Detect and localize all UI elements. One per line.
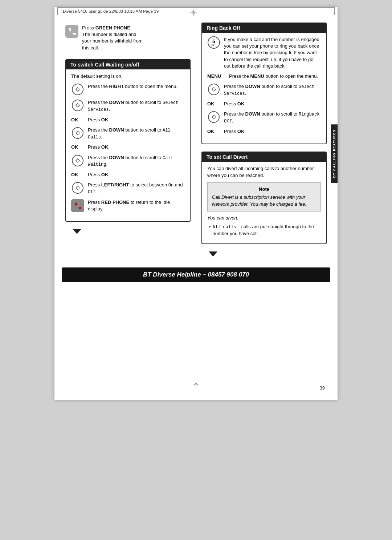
ok-label-3: OK [71,172,84,177]
svg-point-8 [76,88,79,91]
green-phone-icon [65,25,78,38]
left-column: Press GREEN PHONE. The number is dialled… [65,23,191,257]
phone-svg [68,27,76,35]
down-all-calls-text: Press the DOWN button to scroll to All C… [88,127,185,141]
ring-back-off-section: Ring Back Off 5 JKL If you make a call a… [201,23,327,144]
rbo-nav-circle-1 [208,83,220,96]
call-divert-title: To set Call Divert [202,152,326,162]
rbo-nav-circle-2 [208,111,220,123]
rbo-ok-1-row: OK Press OK. [207,101,321,107]
nav-circle-down3 [72,154,84,167]
rbo-ok-label-2: OK [207,128,220,134]
rbo-down-ss-text: Press the DOWN button to scroll to Selec… [224,83,321,97]
nav-icon-leftright [71,182,84,194]
page-number: 39 [320,385,325,391]
bullet-all-calls-text: All calls – calls are put straight throu… [213,223,321,237]
call-divert-section: To set Call Divert You can divert all in… [201,152,327,244]
ok-text-2: Press OK. [88,144,110,150]
call-waiting-title: To switch Call Waiting on/off [66,60,190,69]
ring-back-intro-text: If you make a call and the number is eng… [224,36,321,69]
ok-label-1: OK [71,117,84,122]
right-column: Ring Back Off 5 JKL If you make a call a… [201,23,327,257]
red-phone-row: Press RED PHONE to return to the idle di… [71,199,185,212]
ok-row-2: OK Press OK. [71,144,185,150]
down-select-services-text: Press the DOWN button to scroll to Selec… [88,99,185,113]
rbo-nav-down2 [207,111,220,123]
red-phone-icon [71,199,84,212]
default-setting-text: The default setting is on. [71,73,123,80]
side-tab: BT CALLING FEATURES [331,124,338,183]
side-tab-container: BT CALLING FEATURES [331,124,338,183]
rbo-down-ringback-text: Press the DOWN button to scroll to Ringb… [224,111,321,125]
svg-point-38 [212,88,215,91]
menu-text: Press the MENU button to open the menu. [229,73,318,80]
down-call-waiting-text: Press the DOWN button to scroll to Call … [88,154,185,168]
call-divert-intro: You can divert all incoming calls to ano… [207,165,321,179]
svg-point-44 [212,116,215,118]
call-waiting-arrow [73,229,81,234]
svg-point-26 [76,159,79,162]
green-phone-text: Press GREEN PHONE. The number is dialled… [82,25,143,51]
note-text: Call Divert is a subscription service wi… [212,194,316,207]
svg-point-14 [76,104,79,107]
red-phone-svg [74,202,81,209]
rbo-ok-label-1: OK [207,101,220,106]
left-right-row: Press LEFT/RIGHT to select between On an… [71,182,185,196]
ok-text-3: Press OK. [88,172,110,178]
green-phone-bold: GREEN PHONE [95,25,130,31]
bullet-dot: • [209,224,211,237]
num5-icon-wrap: 5 JKL [207,36,220,49]
call-divert-body: You can divert all incoming calls to ano… [202,162,326,243]
svg-point-32 [76,186,79,189]
rbo-ok-1-text: Press OK. [224,101,246,107]
red-phone-icon-wrap [71,199,84,212]
ring-back-off-title: Ring Back Off [202,23,326,33]
menu-label: MENU [207,73,225,79]
bullet-list: • All calls – calls are put straight thr… [209,223,321,237]
down-all-calls-row: Press the DOWN button to scroll to All C… [71,127,185,141]
num5-row: 5 JKL If you make a call and the number … [207,36,321,69]
num5-main: 5 [212,39,215,44]
bullet-item-all-calls: • All calls – calls are put straight thr… [209,223,321,237]
rbo-nav-down1 [207,83,220,96]
header-bar: Diverse 5410 user guide 22/8/03 10:15 AM… [57,7,335,15]
menu-row: MENU Press the MENU button to open the m… [207,73,321,80]
note-title: Note [212,186,316,192]
nav-circle-lr [72,182,84,194]
nav-icon-down2 [71,127,84,139]
left-right-text: Press LEFT/RIGHT to select between On an… [88,182,185,196]
nav-icon-right [71,83,84,96]
nav-circle-down2 [72,127,84,139]
rbo-ok-2-text: Press OK. [224,128,246,135]
bottom-crosshair [193,382,199,390]
green-phone-row: Press GREEN PHONE. The number is dialled… [65,25,191,51]
ring-back-off-body: 5 JKL If you make a call and the number … [202,33,326,144]
helpline-bar: BT Diverse Helpline – 08457 908 070 [62,267,330,282]
nav-icon-down1 [71,99,84,112]
rbo-down-ringback-row: Press the DOWN button to scroll to Ringb… [207,111,321,125]
rbo-ok-2-row: OK Press OK. [207,128,321,135]
down-call-waiting-row: Press the DOWN button to scroll to Call … [71,154,185,168]
call-divert-arrow [209,251,217,257]
default-setting-row: The default setting is on. [71,73,185,80]
header-text: Diverse 5410 user guide 22/8/03 10:15 AM… [63,9,159,13]
call-waiting-section: To switch Call Waiting on/off The defaul… [65,59,191,222]
note-box: Note Call Divert is a subscription servi… [207,182,321,211]
right-btn-row: Press the RIGHT button to open the menu. [71,83,185,96]
green-phone-icon-wrap [65,25,78,38]
nav-circle-right [72,83,84,96]
svg-point-20 [76,132,79,134]
num5-circle: 5 JKL [208,36,220,49]
right-btn-text: Press the RIGHT button to open the menu. [88,83,177,90]
ok-label-2: OK [71,144,84,150]
num5-sub: JKL [211,44,217,47]
red-phone-text: Press RED PHONE to return to the idle di… [88,199,185,212]
nav-circle-down1 [72,99,84,112]
rbo-down-ss-row: Press the DOWN button to scroll to Selec… [207,83,321,97]
page: Diverse 5410 user guide 22/8/03 10:15 AM… [54,7,338,400]
ok-text-1: Press OK. [88,117,110,123]
call-waiting-body: The default setting is on. [66,69,190,221]
ok-row-1: OK Press OK. [71,117,185,123]
bottom-crosshair-svg [193,382,199,388]
ok-row-3: OK Press OK. [71,172,185,178]
